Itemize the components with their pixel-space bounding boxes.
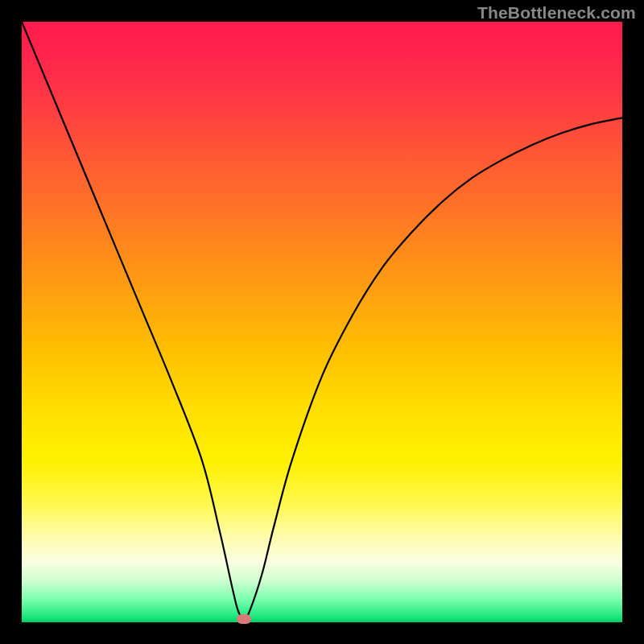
bottleneck-curve [22,22,622,622]
chart-frame: TheBottleneck.com [0,0,644,644]
watermark-label: TheBottleneck.com [477,3,636,23]
optimum-marker [237,614,251,624]
plot-area [22,22,622,622]
